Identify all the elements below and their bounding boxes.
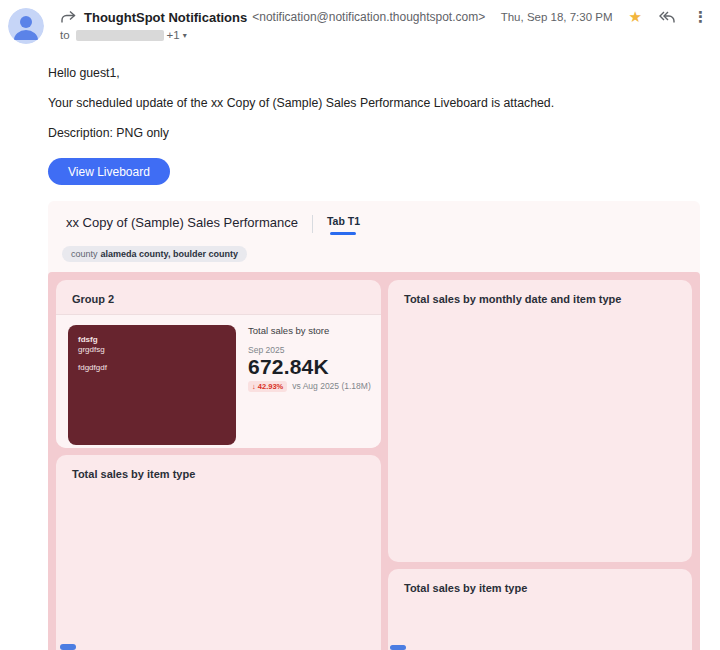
to-label: to — [60, 29, 70, 41]
kpi-change-badge: ↓ 42.93% — [248, 381, 287, 392]
liveboard-snapshot: xx Copy of (Sample) Sales Performance Ta… — [48, 201, 700, 650]
tab-label: Tab T1 — [327, 215, 360, 227]
bar-chart-title: Total sales by item type — [388, 569, 692, 603]
note-line-2: grgdfsg — [78, 345, 226, 355]
line-chart-legend — [602, 314, 676, 562]
description-line: Description: PNG only — [48, 126, 720, 140]
sender-name: ThoughtSpot Notifications — [84, 10, 247, 25]
liveboard-title: xx Copy of (Sample) Sales Performance — [66, 215, 298, 230]
avatar[interactable] — [8, 8, 44, 44]
kpi-value: 672.84K — [248, 355, 369, 379]
tab-active-underline — [330, 232, 356, 235]
body-line: Your scheduled update of the xx Copy of … — [48, 96, 720, 110]
recipients-more: +1 — [167, 29, 180, 41]
filter-chip-key: county — [71, 249, 98, 259]
email-body: Hello guest1, Your scheduled update of t… — [0, 44, 720, 185]
tab-t1[interactable]: Tab T1 — [327, 215, 360, 235]
donut-chart-title: Total sales by item type — [56, 455, 381, 489]
donut-chart-card: Total sales by item type — [56, 455, 381, 650]
email-header: ThoughtSpot Notifications <notification@… — [0, 0, 720, 44]
line-chart-card: Total sales by monthly date and item typ… — [388, 280, 692, 562]
clipped-chart-element-right — [390, 645, 406, 650]
email-view: ThoughtSpot Notifications <notification@… — [0, 0, 720, 650]
reply-all-icon[interactable] — [658, 10, 675, 24]
line-chart — [398, 314, 602, 562]
group-title: Group 2 — [56, 280, 381, 315]
kpi-title: Total sales by store — [248, 325, 369, 336]
donut-chart — [68, 489, 369, 650]
note-line-3: fdgdfgdf — [78, 363, 226, 373]
view-liveboard-button[interactable]: View Liveboard — [48, 158, 170, 185]
group-2-card: Group 2 fdsfg grgdfsg fdgdfgdf Total sal… — [56, 280, 381, 448]
sender-address: <notification@notification.thoughtspot.c… — [252, 10, 485, 24]
greeting: Hello guest1, — [48, 66, 720, 80]
note-tile: fdsfg grgdfsg fdgdfgdf — [68, 325, 236, 445]
bar-chart — [398, 603, 680, 650]
kpi-comparison: vs Aug 2025 (1.18M) — [292, 381, 370, 391]
kpi-sparkline-chart — [248, 395, 381, 441]
email-date: Thu, Sep 18, 7:30 PM — [501, 11, 613, 23]
kpi-period: Sep 2025 — [248, 345, 369, 355]
kpi-tile: Total sales by store Sep 2025 672.84K ↓ … — [248, 325, 369, 445]
star-icon[interactable]: ★ — [629, 8, 642, 26]
filter-chip-value: alameda county, boulder county — [101, 249, 238, 259]
more-icon[interactable]: ⋮ — [689, 8, 712, 26]
recipients-caret-icon[interactable]: ▾ — [183, 31, 187, 40]
note-line-1: fdsfg — [78, 335, 226, 345]
county-filter-chip[interactable]: county alameda county, boulder county — [62, 246, 247, 262]
redacted-recipient — [76, 30, 164, 41]
title-divider — [312, 215, 313, 233]
bar-chart-card: Total sales by item type — [388, 569, 692, 650]
clipped-chart-element-left — [60, 644, 76, 650]
line-chart-title: Total sales by monthly date and item typ… — [388, 280, 692, 314]
forwarded-icon — [60, 10, 76, 24]
liveboard-canvas: Group 2 fdsfg grgdfsg fdgdfgdf Total sal… — [48, 272, 700, 650]
